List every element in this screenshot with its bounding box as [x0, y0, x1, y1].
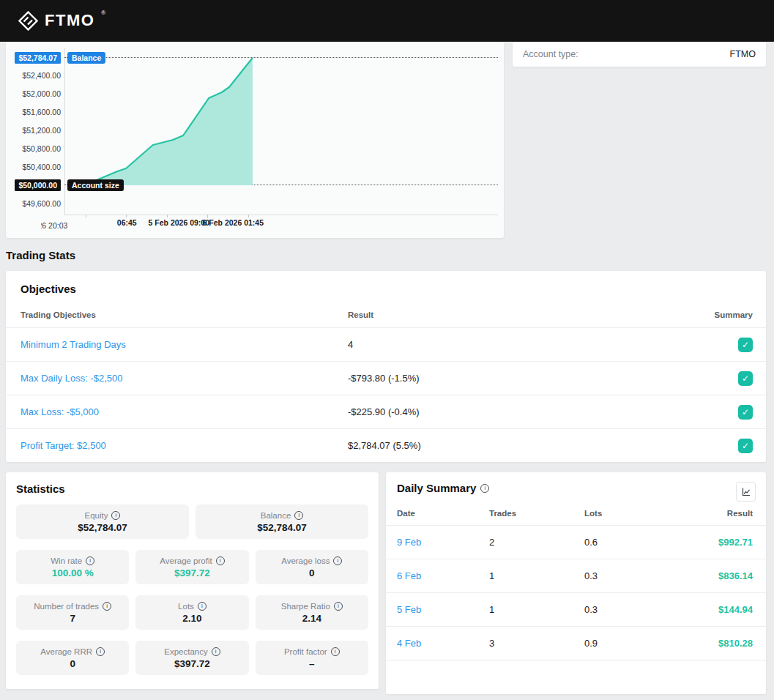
stat-label-text: Number of trades: [34, 602, 99, 611]
info-icon[interactable]: i: [86, 556, 94, 565]
x-axis-tick-mark: [248, 215, 249, 217]
balance-chart-card: $52,784.07$52,400.00$52,000.00$51,600.00…: [6, 42, 504, 238]
stat-label: Average RRRi: [40, 647, 105, 656]
daily-result-value: $810.28: [669, 638, 753, 649]
daily-trades-value: 2: [489, 537, 584, 548]
info-icon[interactable]: i: [334, 602, 343, 611]
daily-lots-value: 0.3: [584, 604, 669, 615]
stat-label: Equityi: [85, 511, 121, 520]
daily-summary-table-header: Date Trades Lots Result: [386, 502, 766, 525]
info-icon[interactable]: i: [333, 556, 342, 565]
stat-label-text: Profit factor: [284, 647, 327, 656]
objective-row: Profit Target: $2,500$2,784.07 (5.5%)✓: [6, 428, 766, 462]
column-lots: Lots: [584, 509, 669, 518]
column-trading-objectives: Trading Objectives: [21, 310, 348, 319]
stat-label: Average lossi: [281, 556, 342, 565]
stat-label: Average profiti: [160, 556, 224, 565]
column-date: Date: [397, 509, 489, 518]
objective-result: -$225.90 (-0.4%): [348, 406, 702, 417]
stat-value: $397.72: [174, 658, 210, 669]
daily-summary-chart-toggle-button[interactable]: [736, 482, 756, 502]
account-type-panel: Account type: FTMO: [513, 42, 766, 67]
stat-label-text: Sharpe Ratio: [281, 602, 330, 611]
stat-value: 2.14: [302, 613, 321, 624]
stat-label-text: Expectancy: [164, 647, 207, 656]
y-axis-label: $51,600.00: [22, 106, 61, 118]
line-chart-icon: [741, 487, 751, 497]
daily-summary-row: 6 Feb10.3$836.14: [386, 559, 766, 592]
balance-value-badge: $52,784.07: [15, 52, 61, 64]
objective-row: Minimum 2 Trading Days4✓: [6, 327, 766, 361]
stat-value: –: [309, 658, 315, 669]
objective-result: -$793.80 (-1.5%): [348, 373, 702, 384]
objective-row: Max Daily Loss: -$2,500-$793.80 (-1.5%)✓: [6, 361, 766, 395]
ftmo-dashboard-page: FTMO ® $52,784.07$52,400.00$52,000.00$51…: [0, 0, 774, 700]
daily-summary-bottom-divider: [386, 660, 766, 660]
daily-summary-info-icon[interactable]: i: [480, 484, 489, 493]
statistics-title: Statistics: [16, 483, 368, 495]
y-axis-label: $52,400.00: [22, 70, 61, 81]
daily-result-value: $992.71: [669, 537, 753, 548]
info-icon[interactable]: i: [111, 511, 120, 520]
objective-link[interactable]: Max Loss: -$5,000: [21, 406, 348, 417]
stat-value: $397.72: [174, 567, 210, 578]
x-axis-tick-mark: [207, 215, 208, 217]
stat-value: 0: [70, 658, 75, 669]
stat-value: 0: [309, 567, 315, 578]
daily-result-value: $836.14: [669, 570, 753, 581]
stat-tile-average-loss: Average lossi0: [256, 550, 368, 584]
daily-date-link[interactable]: 4 Feb: [397, 638, 489, 649]
top-header-bar: FTMO ®: [0, 0, 774, 42]
daily-lots-value: 0.3: [584, 570, 669, 581]
statistics-row: Equityi$52,784.07Balancei$52,784.07: [16, 504, 368, 539]
daily-date-link[interactable]: 9 Feb: [397, 537, 489, 548]
balance-area-chart[interactable]: [64, 48, 498, 215]
ftmo-logo[interactable]: FTMO ®: [18, 11, 105, 31]
objective-link[interactable]: Max Daily Loss: -$2,500: [21, 373, 348, 384]
info-icon[interactable]: i: [294, 511, 303, 520]
info-icon[interactable]: i: [198, 602, 206, 611]
trading-stats-heading: Trading Stats: [6, 249, 75, 261]
daily-date-link[interactable]: 5 Feb: [397, 604, 489, 615]
daily-summary-row: 4 Feb30.9$810.28: [386, 626, 766, 660]
daily-summary-title: Daily Summary: [397, 482, 476, 494]
balance-legend-badge: Balance: [67, 52, 105, 64]
stat-label-text: Average RRR: [40, 647, 92, 656]
info-icon[interactable]: i: [212, 647, 220, 656]
objective-passed-checkbox[interactable]: ✓: [738, 338, 753, 352]
stat-value: $52,784.07: [78, 522, 127, 533]
daily-trades-value: 1: [489, 604, 584, 615]
y-axis-label: $50,400.00: [22, 161, 61, 173]
objective-passed-checkbox[interactable]: ✓: [738, 439, 753, 453]
daily-result-value: $144.94: [669, 604, 753, 615]
objective-row: Max Loss: -$5,000-$225.90 (-0.4%)✓: [6, 395, 766, 428]
info-icon[interactable]: i: [103, 602, 111, 611]
daily-date-link[interactable]: 6 Feb: [397, 570, 489, 581]
info-icon[interactable]: i: [96, 647, 105, 656]
objectives-table-body: Minimum 2 Trading Days4✓Max Daily Loss: …: [6, 327, 766, 462]
objectives-card: Objectives Trading Objectives Result Sum…: [6, 271, 766, 462]
stat-label: Profit factori: [284, 647, 340, 656]
x-axis-label-text: 4 Feb 2026 20:03: [41, 221, 67, 230]
chart-x-axis-line: [64, 215, 498, 215]
stat-label-text: Balance: [261, 511, 291, 520]
info-icon[interactable]: i: [331, 647, 340, 656]
x-axis-label: 06:45: [117, 218, 137, 227]
account-type-value: FTMO: [730, 49, 756, 59]
statistics-row: Win ratei100.00 %Average profiti$397.72A…: [16, 550, 368, 584]
objective-link[interactable]: Minimum 2 Trading Days: [21, 339, 348, 350]
daily-lots-value: 0.6: [584, 537, 669, 548]
objective-passed-checkbox[interactable]: ✓: [738, 371, 753, 386]
objective-link[interactable]: Profit Target: $2,500: [21, 440, 348, 451]
stat-value: $52,784.07: [257, 522, 307, 533]
stat-tile-average-profit: Average profiti$397.72: [135, 550, 248, 584]
objective-passed-checkbox[interactable]: ✓: [738, 405, 753, 420]
info-icon[interactable]: i: [216, 556, 225, 565]
account-size-value-badge: $50,000.00: [15, 179, 61, 191]
stat-value: 100.00 %: [52, 567, 94, 578]
stat-label: Balancei: [261, 511, 304, 520]
stat-label-text: Lots: [178, 602, 194, 611]
stat-label: Expectancyi: [164, 647, 220, 656]
stat-value: 7: [70, 613, 75, 624]
column-trades: Trades: [489, 509, 584, 518]
